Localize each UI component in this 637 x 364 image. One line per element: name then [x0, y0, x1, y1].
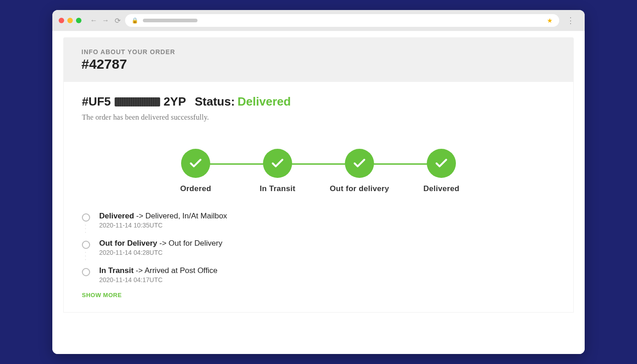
event-arrow: -> [134, 212, 146, 220]
step-label: Ordered [180, 184, 211, 193]
reload-icon[interactable]: ⟳ [113, 16, 121, 25]
event-title: Delivered -> Delivered, In/At Mailbox [99, 212, 227, 221]
step-ordered: Ordered [155, 149, 237, 193]
event-title: Out for Delivery -> Out for Delivery [99, 239, 222, 248]
tracking-suffix: 2YP [164, 95, 186, 109]
event-title: In Transit -> Arrived at Post Office [99, 266, 217, 275]
tracking-subtext: The order has been delivered successfull… [82, 113, 555, 121]
step-out-for-delivery: Out for delivery [318, 149, 400, 193]
order-content: #UF52YP Status: Delivered The order has … [63, 82, 574, 313]
browser-chrome: ← → ⟳ 🔒 ★ ⋮ [52, 10, 585, 31]
forward-icon[interactable]: → [101, 16, 110, 25]
back-icon[interactable]: ← [90, 16, 98, 25]
check-icon [263, 149, 292, 178]
check-icon [181, 149, 210, 178]
status-value: Delivered [238, 95, 291, 109]
event-time: 2020-11-14 10:35UTC [99, 222, 227, 229]
event-time: 2020-11-14 04:17UTC [99, 276, 217, 283]
progress-steps: Ordered In Transit Out for delivery [155, 149, 482, 193]
tracking-redacted [115, 97, 160, 106]
show-more-button[interactable]: SHOW MORE [82, 292, 555, 298]
lock-icon: 🔒 [131, 17, 138, 24]
browser-window: ← → ⟳ 🔒 ★ ⋮ INFO ABOUT YOUR ORDER #42787… [52, 10, 585, 354]
event-detail: Out for Delivery [169, 239, 222, 248]
close-window-icon[interactable] [59, 18, 64, 23]
browser-menu-icon[interactable]: ⋮ [563, 15, 578, 25]
step-label: In Transit [260, 184, 296, 193]
event-list: ··· Delivered -> Delivered, In/At Mailbo… [82, 212, 555, 283]
event-stage: Out for Delivery [99, 239, 157, 248]
step-delivered: Delivered [400, 149, 482, 193]
event-detail: Delivered, In/At Mailbox [146, 212, 228, 220]
minimize-window-icon[interactable] [67, 18, 73, 23]
bookmark-star-icon[interactable]: ★ [547, 17, 553, 24]
step-in-transit: In Transit [237, 149, 318, 193]
timeline-dot-icon [82, 241, 90, 249]
step-label: Out for delivery [330, 184, 389, 193]
window-controls [59, 18, 81, 23]
timeline-dot-icon [82, 268, 90, 276]
check-icon [427, 149, 456, 178]
check-icon [345, 149, 374, 178]
event-arrow: -> [134, 266, 145, 275]
event-stage: In Transit [99, 266, 134, 275]
step-label: Delivered [423, 184, 459, 193]
page-body: INFO ABOUT YOUR ORDER #42787 #UF52YP Sta… [52, 31, 585, 354]
event-detail: Arrived at Post Office [145, 266, 217, 275]
header-eyebrow: INFO ABOUT YOUR ORDER [81, 48, 556, 56]
event-arrow: -> [157, 239, 169, 248]
timeline-connector: ··· [85, 249, 87, 263]
timeline-dot-icon [82, 213, 90, 222]
maximize-window-icon[interactable] [76, 18, 81, 23]
tracking-heading: #UF52YP Status: Delivered [82, 95, 555, 109]
event-item: ··· Delivered -> Delivered, In/At Mailbo… [82, 212, 555, 236]
timeline-connector: ··· [85, 222, 87, 236]
status-label: Status: [195, 95, 235, 109]
event-stage: Delivered [99, 212, 134, 220]
event-item: In Transit -> Arrived at Post Office 202… [82, 266, 555, 283]
tracking-prefix: #UF5 [82, 95, 111, 109]
order-number: #42787 [81, 56, 556, 72]
address-bar[interactable]: 🔒 ★ [125, 14, 559, 27]
order-header: INFO ABOUT YOUR ORDER #42787 [63, 37, 574, 82]
event-time: 2020-11-14 04:28UTC [99, 249, 222, 256]
url-redacted [143, 19, 197, 22]
event-item: ··· Out for Delivery -> Out for Delivery… [82, 239, 555, 263]
